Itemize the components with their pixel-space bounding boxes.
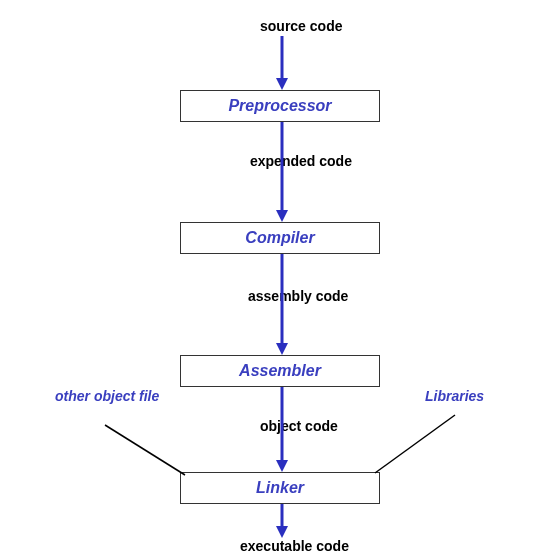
line-libraries-to-linker — [375, 415, 465, 475]
stage-compiler: Compiler — [180, 222, 380, 254]
svg-line-10 — [105, 425, 185, 475]
svg-marker-3 — [276, 210, 288, 222]
label-source-code: source code — [260, 18, 342, 34]
arrow-compiler-to-assembler — [276, 254, 288, 355]
svg-line-11 — [375, 415, 455, 473]
arrow-linker-to-executable — [276, 504, 288, 538]
label-other-object-file: other object file — [55, 388, 165, 404]
label-executable-code: executable code — [240, 538, 349, 554]
label-expended-code: expended code — [250, 153, 352, 169]
stage-linker: Linker — [180, 472, 380, 504]
label-libraries: Libraries — [425, 388, 484, 404]
label-object-code: object code — [260, 418, 338, 434]
arrow-assembler-to-linker — [276, 387, 288, 472]
svg-marker-7 — [276, 460, 288, 472]
svg-marker-1 — [276, 78, 288, 90]
stage-preprocessor: Preprocessor — [180, 90, 380, 122]
arrow-preprocessor-to-compiler — [276, 122, 288, 222]
stage-assembler: Assembler — [180, 355, 380, 387]
arrow-source-to-preprocessor — [276, 36, 288, 90]
line-other-object-to-linker — [105, 425, 195, 480]
svg-marker-5 — [276, 343, 288, 355]
svg-marker-9 — [276, 526, 288, 538]
label-assembly-code: assembly code — [248, 288, 348, 304]
